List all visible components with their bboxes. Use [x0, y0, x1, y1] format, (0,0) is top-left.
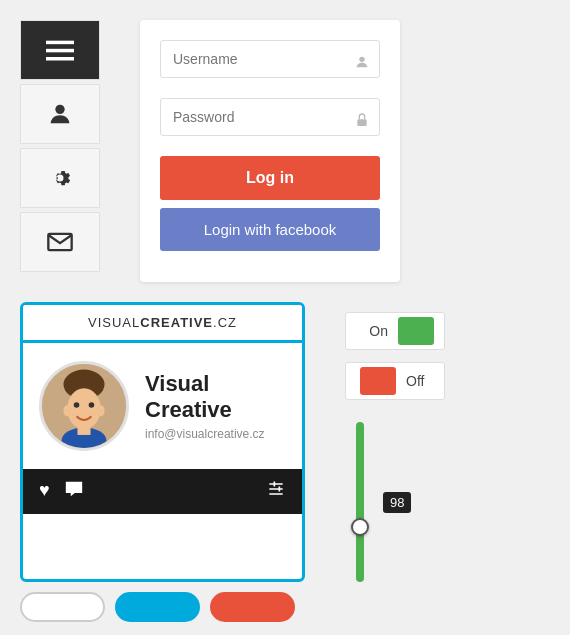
sidebar — [0, 10, 140, 282]
user-field-icon — [354, 54, 370, 74]
profile-name: Visual Creative — [145, 371, 265, 424]
login-button[interactable]: Log in — [160, 156, 380, 200]
bottom-row — [0, 582, 570, 622]
sidebar-item-menu[interactable] — [20, 20, 100, 80]
username-input[interactable] — [160, 40, 380, 78]
svg-rect-15 — [77, 426, 90, 435]
svg-rect-6 — [357, 119, 366, 126]
bottom-section: VISUALCREATIVE.CZ — [0, 302, 570, 582]
slider-track-wrap — [345, 422, 375, 582]
slider-container: 98 — [345, 422, 445, 582]
svg-rect-0 — [46, 41, 74, 45]
sidebar-item-user[interactable] — [20, 84, 100, 144]
toggle-on-button[interactable] — [398, 317, 434, 345]
mini-card-red[interactable] — [210, 592, 295, 622]
gear-icon — [46, 164, 74, 192]
mini-card-blue[interactable] — [115, 592, 200, 622]
card-info: Visual Creative info@visualcreative.cz — [145, 371, 265, 442]
toggle-on-label: On — [360, 323, 388, 339]
sidebar-item-mail[interactable] — [20, 212, 100, 272]
slider-track — [356, 422, 364, 582]
user-icon — [46, 100, 74, 128]
heart-icon[interactable]: ♥ — [39, 480, 50, 503]
brand-tld: .CZ — [213, 315, 237, 330]
avatar-image — [42, 364, 126, 448]
slider-thumb[interactable] — [351, 518, 369, 536]
toggle-off-row: Off — [345, 362, 445, 400]
settings-footer-icon[interactable] — [266, 479, 286, 504]
profile-card: VISUALCREATIVE.CZ — [20, 302, 305, 582]
sidebar-item-settings[interactable] — [20, 148, 100, 208]
footer-icons: ♥ — [39, 480, 84, 503]
svg-rect-1 — [46, 49, 74, 53]
login-form: Log in Login with facebook — [140, 20, 400, 282]
svg-point-10 — [74, 402, 80, 408]
slider-value: 98 — [383, 492, 411, 513]
menu-icon — [46, 36, 74, 64]
facebook-login-button[interactable]: Login with facebook — [160, 208, 380, 251]
right-panel: On Off 98 — [345, 302, 445, 582]
mail-icon — [46, 228, 74, 256]
svg-point-11 — [89, 402, 95, 408]
toggle-off-button[interactable] — [360, 367, 396, 395]
svg-point-5 — [359, 57, 364, 62]
svg-point-13 — [97, 405, 104, 416]
card-body: Visual Creative info@visualcreative.cz — [23, 343, 302, 469]
mini-card-default[interactable] — [20, 592, 105, 622]
svg-point-12 — [63, 405, 70, 416]
svg-point-3 — [55, 105, 64, 114]
password-wrap — [160, 98, 380, 146]
toggle-off-label: Off — [406, 373, 434, 389]
card-header: VISUALCREATIVE.CZ — [23, 305, 302, 343]
password-field-icon — [354, 112, 370, 132]
svg-rect-2 — [46, 57, 74, 61]
chat-icon[interactable] — [64, 480, 84, 503]
toggle-on-row: On — [345, 312, 445, 350]
password-input[interactable] — [160, 98, 380, 136]
card-footer: ♥ — [23, 469, 302, 514]
svg-point-9 — [67, 388, 101, 429]
brand-bold: CREATIVE — [140, 315, 213, 330]
avatar — [39, 361, 129, 451]
brand-light: VISUAL — [88, 315, 140, 330]
profile-email: info@visualcreative.cz — [145, 427, 265, 441]
username-wrap — [160, 40, 380, 88]
